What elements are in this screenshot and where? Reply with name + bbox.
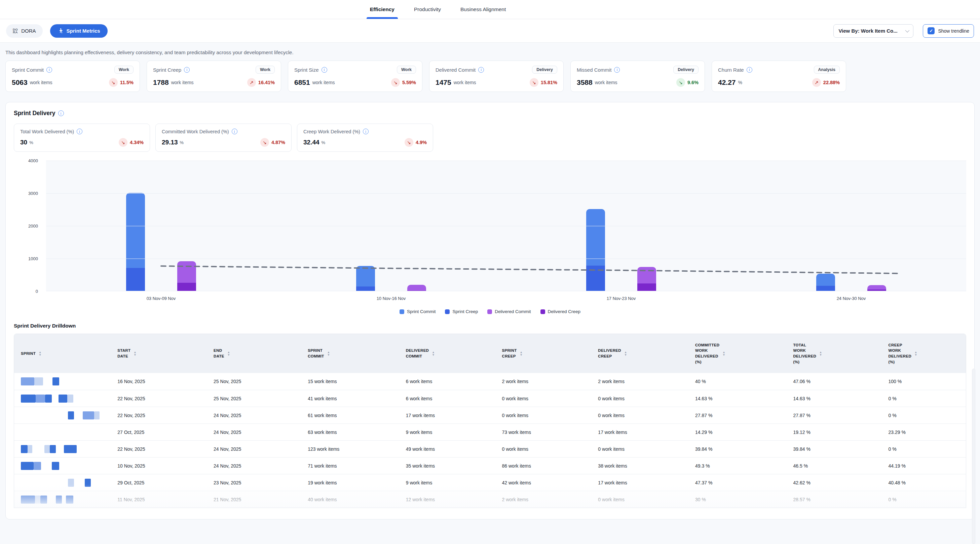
stacked-bar (407, 285, 426, 291)
column-header-sprint[interactable]: SPRINT▲▼ (14, 351, 111, 356)
table-cell: 14.63 % (787, 396, 882, 401)
table-cell: 30 % (689, 497, 786, 502)
dora-button[interactable]: DORA DORA (6, 24, 43, 38)
subcard-label: Creep Work Delivered (%) (303, 129, 360, 134)
redaction-block (85, 479, 91, 487)
arrow-down-right-icon: ↘ (109, 78, 118, 87)
kpi-value: 6851 (294, 78, 310, 86)
subcard-unit: % (180, 140, 184, 145)
table-cell: 14.29 % (689, 429, 786, 435)
table-cell: 24 Nov, 2025 (207, 447, 301, 452)
column-header-label: START DATE (118, 348, 130, 359)
column-header-sprint-commit[interactable]: SPRINT COMMIT▲▼ (301, 348, 399, 359)
redaction-block (64, 445, 77, 453)
column-header-creep-work-delivered[interactable]: CREEP WORK DELIVERED (%)▲▼ (882, 342, 966, 365)
arrow-up-right-icon: ↗ (247, 78, 256, 87)
drilldown-title: Sprint Delivery Drilldown (14, 323, 966, 329)
bar-segment-delivered-commit (867, 285, 886, 289)
legend-item-delivered-creep[interactable]: Delivered Creep (541, 309, 581, 314)
show-trendline-toggle[interactable]: ✓ Show trendline (923, 24, 974, 38)
table-cell: 9 work items (399, 480, 495, 485)
info-icon[interactable]: i (746, 67, 752, 73)
info-icon[interactable]: i (478, 67, 484, 73)
kpi-label: Missed Commit (577, 67, 611, 73)
subcard-committed-work-delivered: Committed Work Delivered (%)i29.13%↘4.87… (155, 124, 291, 152)
arrow-down-right-icon: ↘ (676, 78, 685, 87)
view-by-label: View By: Work Item Co... (838, 28, 897, 34)
column-header-committed-work-delivered[interactable]: COMMITTED WORK DELIVERED (%)▲▼ (689, 342, 786, 365)
subcard-value: 32.44 (303, 139, 320, 146)
trendline-checkbox[interactable]: ✓ (928, 27, 935, 34)
kpi-card-missed-commit: Missed CommitiDelivery3588work items↘9.6… (570, 61, 705, 92)
column-header-total-work-delivered[interactable]: TOTAL WORK DELIVERED (%)▲▼ (787, 342, 882, 365)
tab-business-alignment[interactable]: Business Alignment (458, 0, 508, 19)
redaction-block (33, 462, 41, 470)
table-cell: 47.37 % (689, 480, 786, 485)
stacked-bar (867, 285, 886, 291)
table-cell: 24 Nov, 2025 (207, 463, 301, 469)
info-icon[interactable]: i (184, 67, 190, 73)
x-axis-label: 10 Nov-16 Nov (276, 296, 506, 301)
table-cell: 6 work items (399, 396, 495, 401)
table-cell: 0 work items (591, 396, 689, 401)
column-header-label: CREEP WORK DELIVERED (%) (889, 342, 912, 365)
info-icon[interactable]: i (232, 129, 237, 134)
info-icon[interactable]: i (363, 129, 369, 134)
info-icon[interactable]: i (614, 67, 620, 73)
legend-label: Sprint Commit (407, 309, 436, 314)
kpi-category-badge: Delivery (532, 65, 557, 74)
bar-segment-delivered-creep (637, 284, 656, 291)
legend-item-sprint-commit[interactable]: Sprint Commit (399, 309, 436, 314)
kpi-card-delivered-commit: Delivered CommitiDelivery1475work items↘… (429, 61, 564, 92)
bar-segment-sprint-creep (356, 287, 375, 291)
bar-segment-sprint-creep (126, 268, 145, 291)
dora-icon: DORA (13, 28, 18, 34)
legend-label: Delivered Creep (548, 309, 581, 314)
page-scrollbar[interactable] (972, 369, 975, 544)
kpi-unit: work items (171, 80, 194, 85)
bar-segment-sprint-creep (586, 266, 605, 291)
table-cell: 16 Nov, 2025 (111, 379, 207, 384)
table-row: 11 Nov, 202521 Nov, 202540 work items12 … (14, 491, 966, 507)
column-header-start-date[interactable]: START DATE▲▼ (111, 348, 207, 359)
table-cell: 71 work items (301, 463, 399, 469)
sort-icon: ▲▼ (228, 351, 230, 356)
column-header-label: TOTAL WORK DELIVERED (%) (793, 342, 816, 365)
table-cell: 49 work items (399, 447, 495, 452)
trend-percent: 11.5% (120, 80, 134, 85)
column-header-delivered-commit[interactable]: DELIVERED COMMIT▲▼ (399, 348, 495, 359)
view-by-dropdown[interactable]: View By: Work Item Co... (834, 24, 913, 38)
info-icon[interactable]: i (321, 67, 327, 73)
legend-item-sprint-creep[interactable]: Sprint Creep (445, 309, 478, 314)
info-icon[interactable]: i (58, 110, 64, 116)
trend-indicator: ↘11.5% (109, 78, 134, 87)
drilldown-table: SPRINT▲▼START DATE▲▼END DATE▲▼SPRINT COM… (14, 333, 966, 508)
column-header-end-date[interactable]: END DATE▲▼ (207, 348, 301, 359)
sort-down-icon: ▼ (915, 353, 917, 356)
stacked-bar (356, 266, 375, 291)
table-cell: 22 Nov, 2025 (111, 447, 207, 452)
sprint-metrics-button[interactable]: Sprint Metrics (50, 24, 108, 38)
kpi-category-badge: Analysis (814, 65, 840, 74)
tab-efficiency[interactable]: Efficiency (368, 0, 396, 19)
table-cell: 15 work items (301, 379, 399, 384)
kpi-label: Delivered Commit (436, 67, 476, 73)
table-cell: 2 work items (591, 379, 689, 384)
stacked-bar (126, 193, 145, 291)
sprint-name-redacted (14, 377, 111, 386)
page-content: This dashboard highlights planning effec… (0, 49, 980, 519)
sort-down-icon: ▼ (819, 353, 822, 356)
column-header-delivered-creep[interactable]: DELIVERED CREEP▲▼ (591, 348, 689, 359)
tab-productivity[interactable]: Productivity (412, 0, 443, 19)
legend-item-delivered-commit[interactable]: Delivered Commit (487, 309, 531, 314)
info-icon[interactable]: i (46, 67, 52, 73)
column-header-sprint-creep[interactable]: SPRINT CREEP▲▼ (495, 348, 592, 359)
trend-indicator: ↘4.9% (404, 138, 427, 147)
kpi-category-badge: Work (115, 65, 134, 74)
redaction-block (34, 377, 43, 386)
sprint-delivery-panel: Sprint Delivery i Total Work Delivered (… (5, 102, 975, 519)
table-cell: 27 Oct, 2025 (111, 429, 207, 435)
info-icon[interactable]: i (77, 129, 83, 134)
sprint-name-redacted (14, 412, 111, 420)
table-cell: 23.29 % (882, 429, 966, 435)
